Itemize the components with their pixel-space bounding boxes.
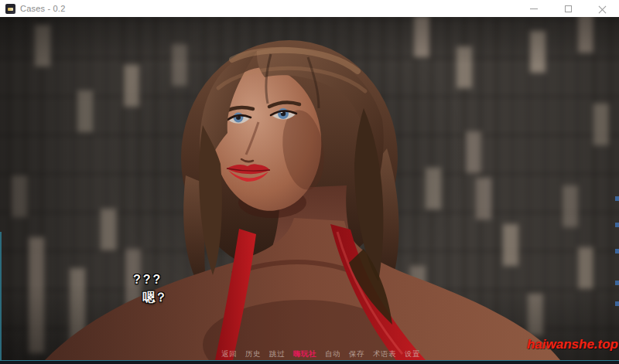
dialogue-text: 嗯？ — [142, 290, 167, 306]
edge-tile-dot — [615, 301, 619, 306]
quickmenu-settings[interactable]: 设置 — [405, 349, 420, 359]
quickmenu-save[interactable]: 保存 — [349, 349, 364, 359]
close-button[interactable] — [585, 0, 619, 17]
quickmenu-haiwanshe[interactable]: 嗨玩社 — [293, 349, 316, 359]
minimize-icon — [530, 9, 538, 9]
left-edge-line — [0, 232, 2, 360]
quickmenu-skip[interactable]: 跳过 — [269, 349, 285, 359]
quickmenu-glossary[interactable]: 术语表 — [373, 349, 396, 359]
dialogue-speaker: ??? — [133, 273, 162, 287]
character-portrait — [0, 17, 619, 360]
site-watermark: haiwanshe.top — [527, 337, 618, 352]
quickmenu-history[interactable]: 历史 — [245, 349, 261, 359]
edge-tile-dot — [615, 249, 619, 253]
close-icon — [598, 5, 607, 13]
window-title: Cases - 0.2 — [20, 4, 65, 13]
edge-tile-dot — [615, 281, 619, 285]
quickmenu-back[interactable]: 返回 — [221, 349, 237, 359]
edge-tile-dot — [615, 223, 619, 227]
game-viewport[interactable]: ??? 嗯？ 返回 历史 跳过 嗨玩社 自动 保存 术语表 设置 haiwans… — [0, 17, 619, 360]
quick-menu: 返回 历史 跳过 嗨玩社 自动 保存 术语表 设置 — [221, 349, 420, 359]
window-controls — [517, 0, 619, 17]
maximize-button[interactable] — [551, 0, 585, 17]
taskbar-edge — [0, 360, 619, 364]
edge-tile-dot — [615, 196, 619, 201]
app-icon — [5, 4, 15, 14]
maximize-icon — [565, 5, 572, 12]
title-bar: Cases - 0.2 — [0, 0, 619, 17]
app-window: Cases - 0.2 — [0, 0, 619, 364]
quickmenu-auto[interactable]: 自动 — [325, 349, 340, 359]
minimize-button[interactable] — [517, 0, 551, 17]
